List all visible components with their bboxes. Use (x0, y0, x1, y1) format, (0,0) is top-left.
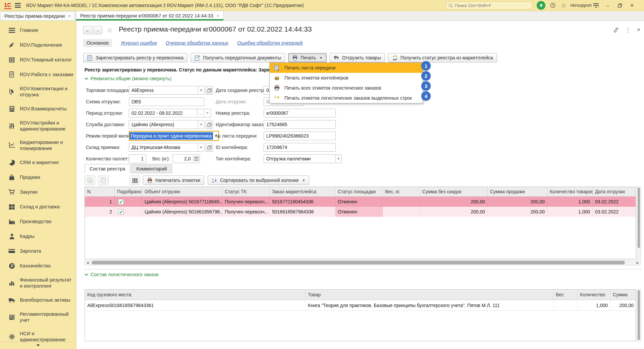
forward-button[interactable]: → (93, 26, 102, 34)
field-value[interactable]: LP99824026366023 (264, 132, 336, 140)
favorite-star-icon[interactable]: ☆ (107, 26, 113, 34)
scroll-left-icon[interactable]: ◀ (85, 260, 90, 265)
field-value[interactable]: DBS (129, 97, 204, 106)
field-value-focused[interactable]: Передача в пункт сдачи перевозчика▼ (129, 131, 219, 141)
sidebar-scroll-down[interactable] (0, 342, 76, 349)
sidebar-item-8[interactable]: Бюджетирование и планирование (0, 136, 76, 155)
table-row[interactable]: AliExpress50166185679643361Книга "Теория… (85, 300, 636, 311)
open-button[interactable] (206, 86, 213, 95)
sidebar-item-7[interactable]: RDV:Настройки и администрирование (0, 116, 76, 136)
column-header[interactable]: Статус площадки (335, 187, 383, 196)
tab-registry-content[interactable]: Состав реестра (85, 164, 130, 173)
field-value[interactable]: 17209674 (264, 143, 336, 152)
window-close-button[interactable]: × (628, 1, 636, 9)
column-header[interactable]: Сумма продажи (488, 187, 547, 196)
row-checkbox[interactable] (118, 209, 124, 215)
open-button[interactable] (206, 143, 213, 152)
print-menu-item-4[interactable]: Печать этикеток логистических заказов вы… (270, 93, 423, 103)
column-header[interactable]: Сумма (610, 290, 636, 300)
column-header[interactable]: Объект отгрузки (142, 187, 222, 196)
sidebar-item-1[interactable]: Главное (0, 23, 76, 38)
field-value[interactable]: 17524685 (264, 120, 336, 129)
tab-close-icon[interactable]: × (68, 13, 71, 18)
scroll-right-icon[interactable]: ▶ (635, 260, 640, 265)
sidebar-item-13[interactable]: Производство (0, 214, 76, 229)
print-menu-item-2[interactable]: Печать этикеток контейнеров (270, 73, 423, 83)
sort-by-column-button[interactable]: АЯ Сортировать по выбранной колонке ▼ (208, 176, 309, 185)
logistic-table[interactable]: Код грузового местаТоварВесКоличествоСум… (85, 289, 636, 341)
calculator-button[interactable] (193, 154, 200, 163)
search-input[interactable] (455, 3, 525, 8)
field-value[interactable]: 1 (129, 154, 146, 163)
open-button[interactable] (206, 120, 213, 129)
history-icon[interactable] (549, 1, 557, 9)
column-header[interactable]: Подобрано (115, 187, 142, 196)
combo-arrow-icon[interactable]: ▼ (336, 154, 342, 163)
more-menu-icon[interactable]: ⋮ (624, 26, 632, 34)
barcode-scan-button[interactable] (129, 176, 140, 185)
section-logistic-toggle[interactable]: Состав логистического заказа (85, 272, 159, 277)
column-header[interactable]: Количество (578, 290, 610, 300)
table-row[interactable]: 1Цайняо (Aliexpress) 501677118045...Полу… (85, 197, 636, 207)
column-header[interactable]: Код грузового места (85, 290, 306, 300)
restore-button[interactable] (616, 1, 624, 9)
command-button-5[interactable]: Получить статус реестра из маркетплейса (388, 53, 497, 62)
command-button-1[interactable]: Зарегистрировать реестр у перевозчика (83, 53, 187, 62)
sidebar-item-11[interactable]: Закупки (0, 185, 76, 199)
global-search[interactable] (446, 2, 532, 9)
sidebar-item-6[interactable]: RDV:Взаиморасчеты (0, 101, 76, 116)
nav-tab-main[interactable]: Основное (83, 39, 112, 47)
logistic-vertical-scrollbar[interactable] (637, 289, 641, 341)
sidebar-item-14[interactable]: Кадры (0, 229, 76, 244)
sidebar-item-16[interactable]: Казначейство (0, 258, 76, 273)
tab-close-icon[interactable]: × (217, 13, 219, 18)
sidebar-item-17[interactable]: Финансовый результат и контроллинг (0, 273, 76, 293)
current-user[interactable]: rdvsupport (570, 3, 592, 8)
column-header[interactable]: Вес (553, 290, 578, 300)
column-header[interactable]: Товар (306, 290, 553, 300)
combo-arrow-icon[interactable]: ▼ (198, 120, 204, 129)
sidebar-item-2[interactable]: RDV:Подключения (0, 38, 76, 52)
back-button[interactable]: ← (83, 26, 92, 34)
sidebar-item-5[interactable]: RDV:Комплектация и отгрузка (0, 82, 76, 101)
column-header[interactable]: Дата отгрузки (593, 187, 636, 196)
field-value[interactable]: Цайняо (Aliexpress) (129, 120, 198, 129)
column-header[interactable]: Вес, кг. (383, 187, 420, 196)
column-header[interactable]: Количество товаров (547, 187, 593, 196)
command-button-4[interactable]: Отгрузить товары (330, 53, 385, 62)
registry-vertical-scrollbar[interactable] (637, 187, 641, 259)
notifications-icon[interactable] (537, 1, 545, 10)
copy-rows-button[interactable] (98, 176, 109, 185)
tab-registry-list[interactable]: Реестры приема-передачи × (0, 11, 75, 20)
field-value[interactable]: AliExpress (129, 86, 198, 95)
main-menu-icon[interactable] (15, 3, 21, 8)
sidebar-item-10[interactable]: Продажи (0, 170, 76, 185)
clear-button[interactable]: × (204, 109, 211, 117)
favorites-star-icon[interactable]: ☆ (559, 1, 568, 9)
column-header[interactable]: Сумма без скидок (420, 187, 488, 196)
sidebar-item-18[interactable]: Внеоборотные активы (0, 293, 76, 307)
nav-link-queue-errors[interactable]: Ошибки обработки очередей (237, 40, 303, 46)
sidebar-item-12[interactable]: Склад и доставка (0, 199, 76, 214)
field-value[interactable]: Отгрузка паллетами (264, 154, 336, 163)
tab-comment[interactable]: Комментарий (131, 164, 172, 173)
field-value[interactable]: 2,0 (172, 154, 193, 163)
table-row[interactable]: 2Цайняо (Aliexpress) 501661856796...Полу… (85, 207, 636, 217)
registry-table[interactable]: NПодобраноОбъект отгрузкиСтатус ТКЗаказ … (85, 187, 636, 259)
sidebar-item-3[interactable]: RDV:Товарный каталог (0, 52, 76, 67)
minimize-button[interactable]: – (604, 1, 612, 9)
field-value[interactable]: 02.02.2022 - 09.02.2022 (129, 109, 198, 117)
nav-link-error-log[interactable]: Журнал ошибок (121, 40, 157, 46)
period-picker-button[interactable]: ... (198, 109, 204, 117)
print-menu-item-3[interactable]: Печать всех этикеток логистических заказ… (270, 83, 423, 93)
sidebar-item-9[interactable]: CRM и маркетинг (0, 155, 76, 170)
section-general-toggle[interactable]: Реквизиты общие (можно свернуть) (85, 76, 171, 81)
print-labels-button[interactable]: Напечатать этикетки (143, 176, 204, 185)
service-menu-icon[interactable] (592, 1, 600, 9)
get-link-icon[interactable] (612, 26, 620, 34)
print-menu-item-1[interactable]: Печать листа передачи (270, 63, 423, 73)
field-value[interactable]: кг0000067 (264, 109, 336, 117)
sidebar-item-4[interactable]: RDV:Работа с заказами (0, 67, 76, 82)
column-header[interactable]: Заказ маркетплейса (270, 187, 335, 196)
scroll-thumb[interactable] (92, 261, 625, 264)
